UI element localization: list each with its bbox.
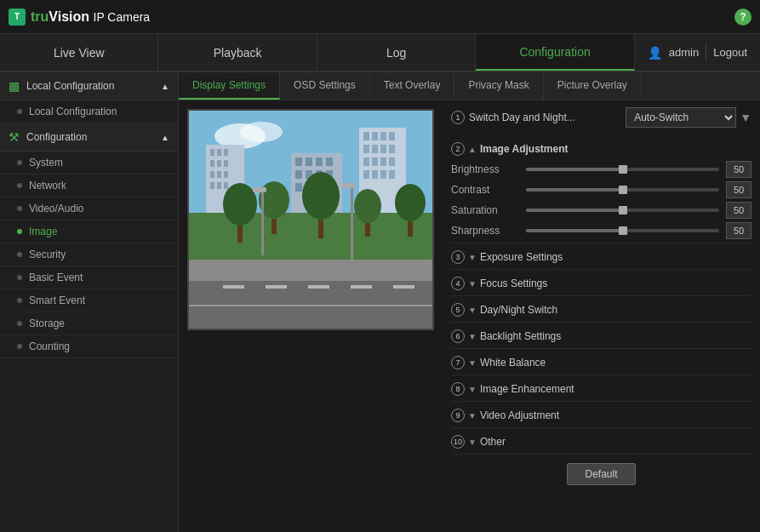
main-layout: ▩ Local Configuration ▲ Local Configurat… [0,72,760,532]
chevron-icon: ▼ [468,253,477,262]
contrast-thumb[interactable] [619,186,627,194]
number-circle-3: 3 [451,250,465,264]
sidebar-item-label: Security [29,249,66,260]
svg-point-2 [240,122,283,142]
svg-rect-65 [351,183,353,260]
sidebar-item-storage[interactable]: Storage [0,312,178,335]
tab-text-overlay[interactable]: Text Overlay [370,72,455,100]
help-button[interactable]: ? [734,9,751,26]
tab-privacy-mask[interactable]: Privacy Mask [454,72,543,100]
sidebar-item-video-audio[interactable]: Video/Audio [0,197,178,220]
number-circle-6: 6 [451,329,465,343]
sidebar-item-smart-event[interactable]: Smart Event [0,289,178,312]
sidebar-item-network[interactable]: Network [0,174,178,197]
nav-live-view[interactable]: Live View [0,34,158,71]
nav-playback[interactable]: Playback [158,34,317,71]
saturation-fill [526,209,623,212]
section-header-video-adjustment[interactable]: 9 ▼ Video Adjustment [451,403,751,427]
tab-display-settings[interactable]: Display Settings [179,72,280,100]
chevron-up-icon: ▲ [161,82,169,91]
sub-tabs: Display Settings OSD Settings Text Overl… [179,72,760,100]
section-header-focus[interactable]: 4 ▼ Focus Settings [451,272,751,295]
section-header-day-night[interactable]: 5 ▼ Day/Night Switch [451,298,751,322]
svg-rect-42 [295,183,302,192]
sidebar-section-local-title: Local Configuration [26,80,114,92]
sidebar-header-local[interactable]: ▩ Local Configuration ▲ [0,72,178,100]
section-backlight: 6 ▼ Backlight Settings [451,324,751,349]
dropdown-arrow-icon: ▼ [740,111,751,124]
saturation-thumb[interactable] [619,206,627,215]
sharpness-track[interactable] [526,229,719,232]
camera-preview-panel [179,100,443,489]
section-label-image-enhancement: Image Enhancement [480,383,574,395]
chevron-icon: ▼ [468,306,477,315]
sidebar-header-config[interactable]: ⚒ Configuration ▲ [0,123,178,152]
section-header-white-balance[interactable]: 7 ▼ White Balance [451,351,751,375]
number-circle-8: 8 [451,382,465,396]
logout-button[interactable]: Logout [713,46,747,59]
switch-day-night-label: Switch Day and Night... [469,112,626,123]
brightness-thumb[interactable] [619,165,627,174]
section-header-image-enhancement[interactable]: 8 ▼ Image Enhancement [451,377,751,401]
saturation-track[interactable] [526,209,719,212]
contrast-fill [526,188,623,192]
sidebar-item-system[interactable]: System [0,152,178,174]
sidebar-item-label: Counting [29,340,70,352]
svg-rect-21 [363,145,369,153]
number-circle-5: 5 [451,303,465,317]
sidebar-item-basic-event[interactable]: Basic Event [0,266,178,289]
nav-log[interactable]: Log [317,34,476,71]
section-day-night: 5 ▼ Day/Night Switch [451,298,751,323]
sidebar-item-image[interactable]: Image [0,220,178,243]
svg-point-45 [223,183,257,226]
svg-rect-62 [393,285,414,289]
section-other: 10 ▼ Other [451,430,751,455]
svg-rect-46 [237,226,243,243]
svg-rect-60 [308,285,329,289]
contrast-track[interactable] [526,188,719,192]
logo: T truVision IP Camera [9,9,150,26]
brightness-value: 50 [726,161,751,178]
sidebar-item-label: Local Configuration [29,106,117,117]
section-header-exposure[interactable]: 3 ▼ Exposure Settings [451,245,751,269]
section-header-backlight[interactable]: 6 ▼ Backlight Settings [451,324,751,348]
svg-rect-29 [363,170,369,179]
tab-picture-overlay[interactable]: Picture Overlay [544,72,642,100]
sidebar: ▩ Local Configuration ▲ Local Configurat… [0,72,179,532]
collapsible-sections: 3 ▼ Exposure Settings 4 ▼ Focus Settings… [451,245,751,455]
svg-rect-9 [224,160,228,167]
chevron-icon: ▲ [468,145,477,154]
section-label-focus: Focus Settings [480,277,547,289]
sharpness-label: Sharpness [451,225,519,237]
svg-rect-61 [351,285,372,289]
dot-icon [17,229,22,234]
sharpness-fill [526,229,623,232]
sidebar-section-config: ⚒ Configuration ▲ System Network Video/A… [0,123,178,358]
sidebar-item-security[interactable]: Security [0,243,178,266]
image-adjustment-header[interactable]: 2 ▲ Image Adjustment [451,137,751,161]
nav-bar: Live View Playback Log Configuration 👤 a… [0,34,760,72]
svg-rect-11 [217,171,221,178]
contrast-value: 50 [726,181,751,198]
svg-rect-4 [210,149,214,156]
svg-rect-48 [271,219,277,234]
section-label-day-night: Day/Night Switch [480,304,557,316]
nav-configuration[interactable]: Configuration [476,34,634,71]
sharpness-thumb[interactable] [619,226,627,235]
tab-osd-settings[interactable]: OSD Settings [280,72,370,100]
svg-rect-20 [389,132,395,140]
dot-icon [17,160,22,165]
number-circle-10: 10 [451,435,465,449]
content-area: Display Settings OSD Settings Text Overl… [179,72,760,532]
monitor-icon: ▩ [9,79,20,93]
section-header-other[interactable]: 10 ▼ Other [451,430,751,454]
sidebar-item-counting[interactable]: Counting [0,335,178,358]
brightness-track[interactable] [526,168,719,171]
default-button[interactable]: Default [567,463,635,485]
sidebar-item-local-config[interactable]: Local Configuration [0,100,178,123]
logo-icon: T [9,9,26,26]
switch-day-night-select[interactable]: Auto-Switch Day Night [626,107,736,128]
camera-preview [187,109,434,330]
chevron-icon: ▼ [468,332,477,341]
section-label-other: Other [480,436,506,448]
